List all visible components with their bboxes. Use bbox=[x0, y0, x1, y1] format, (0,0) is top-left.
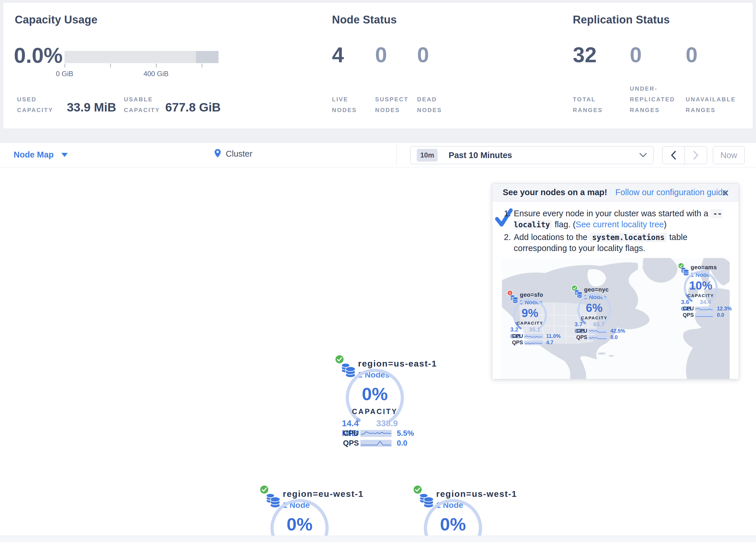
cpu-label: CPU bbox=[576, 328, 588, 334]
capacity-tick bbox=[65, 64, 65, 67]
capacity-bar-nonusable bbox=[196, 51, 219, 63]
qps-label: QPS bbox=[576, 335, 588, 341]
step-2-text: Add locations to the system.locations ta… bbox=[514, 232, 728, 253]
cpu-sparkline bbox=[588, 329, 608, 334]
gauge-capacity-label: CAPACITY bbox=[577, 315, 612, 320]
cpu-label: CPU bbox=[512, 333, 524, 339]
dead-nodes-label: DEAD NODES bbox=[417, 84, 453, 115]
capacity-percent: 0.0% bbox=[14, 43, 63, 68]
capacity-bar bbox=[65, 51, 219, 63]
cpu-value: 12.3% bbox=[717, 306, 732, 312]
capacity-tick bbox=[110, 64, 111, 67]
qps-value: 0.0 bbox=[717, 312, 724, 318]
chevron-right-icon bbox=[693, 150, 699, 160]
close-icon[interactable]: ✕ bbox=[722, 187, 729, 198]
gauge-percent: 10% bbox=[686, 279, 715, 292]
locality-name[interactable]: region=us-west-1 bbox=[436, 489, 517, 499]
locality-name[interactable]: region=us-east-1 bbox=[358, 359, 437, 369]
gauge-capacity-label: CAPACITY bbox=[346, 407, 404, 416]
step-1-text: Ensure every node in your cluster was st… bbox=[514, 208, 728, 230]
suspect-nodes-label: SUSPECT NODES bbox=[375, 84, 414, 115]
gauge-percent: 0% bbox=[430, 514, 476, 534]
chevron-down-icon bbox=[639, 153, 647, 157]
time-next-button[interactable] bbox=[685, 146, 707, 164]
map-locality-geo-nyc[interactable]: geo=nyc 2 Nodes 6% CAPACITY 3.7 GiB 65.7… bbox=[571, 285, 619, 343]
live-nodes-value: 4 bbox=[332, 43, 344, 67]
map-locality-geo-ams[interactable]: geo=ams 1 Node 10% CAPACITY 3.6 GiB 34.4… bbox=[678, 262, 725, 320]
replication-status-title: Replication Status bbox=[573, 14, 670, 26]
system-locations-code: system.locations bbox=[590, 233, 667, 242]
gauge-capacity-label: CAPACITY bbox=[683, 293, 718, 298]
qps-value: 0.0 bbox=[610, 335, 618, 341]
total-ranges-label: TOTAL RANGES bbox=[573, 73, 610, 115]
gauge-percent: 6% bbox=[580, 302, 609, 315]
cpu-label: CPU bbox=[683, 306, 695, 312]
locality-eu-west-1[interactable]: region=eu-west-1 1 Node 0% CAPACITY 9.9 … bbox=[259, 484, 343, 542]
popup-steps: 1. Ensure every node in your cluster was… bbox=[504, 208, 728, 255]
time-range-badge: 10m bbox=[417, 149, 438, 161]
dead-nodes-value: 0 bbox=[417, 43, 429, 67]
view-dropdown[interactable]: Node Map bbox=[14, 150, 68, 159]
map-pin-icon bbox=[214, 148, 222, 159]
popup-title: See your nodes on a map! bbox=[503, 187, 607, 197]
qps-label: QPS bbox=[683, 312, 695, 318]
cpu-sparkline bbox=[695, 307, 714, 311]
qps-sparkline bbox=[524, 341, 543, 345]
cpu-value: 11.0% bbox=[546, 333, 561, 339]
time-prev-button[interactable] bbox=[662, 146, 685, 164]
qps-label: QPS bbox=[512, 340, 524, 346]
now-button[interactable]: Now bbox=[713, 146, 745, 164]
locality-name[interactable]: region=eu-west-1 bbox=[283, 489, 364, 499]
used-capacity-label: USED CAPACITY bbox=[17, 84, 60, 115]
capacity-tick-label-0: 0 GiB bbox=[44, 70, 85, 78]
cpu-value: 5.5% bbox=[397, 429, 414, 438]
step-2: 2. Add locations to the system.locations… bbox=[504, 232, 728, 253]
step-number: 2. bbox=[504, 232, 514, 253]
under-replicated-label: UNDER-REPLICATED RANGES bbox=[630, 73, 685, 115]
locality-tree-link[interactable]: See current locality tree bbox=[576, 220, 664, 229]
total-ranges-value: 32 bbox=[573, 43, 597, 67]
live-nodes-label: LIVE NODES bbox=[332, 84, 368, 115]
time-range-value: Past 10 Minutes bbox=[449, 150, 639, 160]
locality-us-east-1[interactable]: region=us-east-1 2 Nodes 0% CAPACITY 14.… bbox=[334, 354, 418, 450]
capacity-usage-title: Capacity Usage bbox=[15, 14, 98, 26]
configuration-guide-link[interactable]: Follow our configuration guide bbox=[615, 187, 727, 197]
node-status-title: Node Status bbox=[332, 14, 397, 26]
cluster-summary-panel: Capacity Usage 0.0% 0 GiB 400 GiB USED C… bbox=[3, 2, 753, 129]
cpu-value: 42.5% bbox=[610, 328, 625, 334]
nodes-on-map-popup: See your nodes on a map! Follow our conf… bbox=[492, 183, 739, 379]
qps-value: 4.7 bbox=[546, 340, 553, 346]
breadcrumb-label: Cluster bbox=[226, 149, 252, 159]
capacity-tick-label-400: 400 GiB bbox=[136, 70, 176, 78]
qps-label: QPS bbox=[343, 439, 360, 448]
capacity-tick bbox=[202, 64, 202, 67]
qps-sparkline bbox=[695, 313, 714, 318]
qps-sparkline bbox=[588, 335, 608, 340]
gauge-capacity-label: CAPACITY bbox=[513, 321, 547, 326]
chevron-left-icon bbox=[671, 150, 676, 160]
unavailable-value: 0 bbox=[686, 43, 698, 67]
footer-strip bbox=[0, 536, 756, 542]
locality-us-west-1[interactable]: region=us-west-1 1 Node 0% CAPACITY 9.6 … bbox=[412, 484, 496, 542]
usable-capacity-value: 677.8 GiB bbox=[165, 100, 221, 114]
capacity-tick bbox=[156, 64, 157, 67]
qps-value: 0.0 bbox=[397, 439, 407, 448]
popup-header: See your nodes on a map! Follow our conf… bbox=[492, 183, 739, 201]
gauge-percent: 0% bbox=[352, 384, 398, 404]
cpu-label: CPU bbox=[343, 429, 360, 438]
step-number: 1. bbox=[504, 208, 514, 230]
breadcrumb[interactable]: Cluster bbox=[214, 148, 252, 159]
gauge-percent: 9% bbox=[515, 307, 544, 320]
chevron-down-icon bbox=[61, 153, 68, 157]
gauge-percent: 0% bbox=[276, 514, 323, 534]
used-capacity-value: 33.9 MiB bbox=[67, 100, 116, 114]
time-range-select[interactable]: 10m Past 10 Minutes bbox=[410, 146, 654, 164]
usable-capacity-label: USABLE CAPACITY bbox=[124, 84, 170, 115]
cpu-sparkline bbox=[524, 334, 543, 339]
map-locality-geo-sfo[interactable]: 1 geo=sfo 2 Nodes 9% CAPACITY 3.2 GiB 35… bbox=[507, 290, 555, 348]
qps-sparkline bbox=[360, 440, 392, 447]
suspect-nodes-value: 0 bbox=[375, 43, 387, 67]
step-1: 1. Ensure every node in your cluster was… bbox=[504, 208, 728, 230]
under-replicated-value: 0 bbox=[630, 43, 642, 67]
view-dropdown-label[interactable]: Node Map bbox=[14, 150, 54, 159]
